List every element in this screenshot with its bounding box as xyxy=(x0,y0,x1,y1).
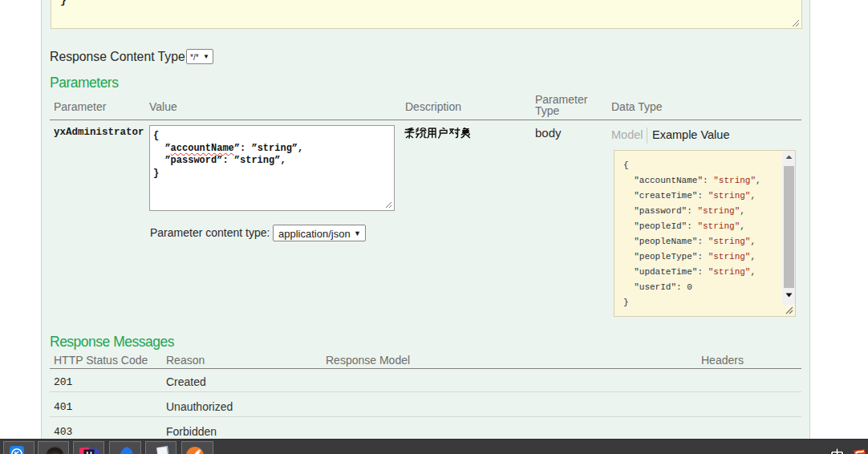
svg-text:U: U xyxy=(86,451,91,454)
